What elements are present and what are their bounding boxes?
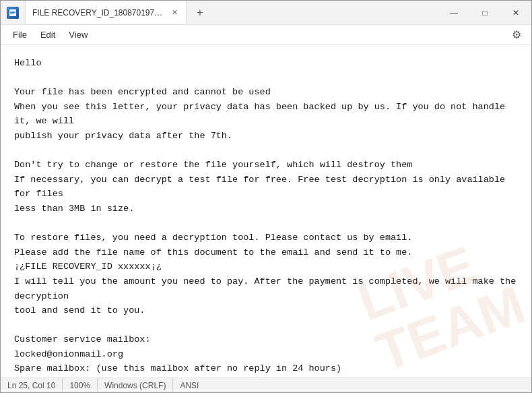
file-menu[interactable]: File xyxy=(6,27,34,42)
close-button[interactable]: ✕ xyxy=(500,1,531,25)
tab-title: FILE RECOVERY_ID_1808701978401 xyxy=(32,8,164,18)
edit-menu[interactable]: Edit xyxy=(34,27,62,42)
main-window: FILE RECOVERY_ID_1808701978401 ✕ + — □ ✕… xyxy=(0,0,532,393)
encoding: ANSI xyxy=(173,378,205,392)
editor-area: Hello Your file has been encrypted and c… xyxy=(1,45,531,377)
status-bar: Ln 25, Col 10 100% Windows (CRLF) ANSI xyxy=(1,377,531,392)
svg-rect-3 xyxy=(10,13,14,14)
title-bar: FILE RECOVERY_ID_1808701978401 ✕ + — □ ✕ xyxy=(1,1,531,25)
line-ending: Windows (CRLF) xyxy=(98,378,173,392)
svg-rect-2 xyxy=(10,12,15,13)
app-icon-area xyxy=(1,1,25,25)
window-controls: — □ ✕ xyxy=(438,1,531,24)
maximize-button[interactable]: □ xyxy=(469,1,500,25)
cursor-position: Ln 25, Col 10 xyxy=(7,378,63,392)
menu-bar-right: ⚙ xyxy=(507,26,526,44)
view-menu[interactable]: View xyxy=(62,27,94,42)
svg-rect-1 xyxy=(10,11,15,11)
tab-close-button[interactable]: ✕ xyxy=(168,7,180,19)
editor-content[interactable]: Hello Your file has been encrypted and c… xyxy=(1,45,531,377)
active-tab[interactable]: FILE RECOVERY_ID_1808701978401 ✕ xyxy=(25,1,187,24)
minimize-button[interactable]: — xyxy=(438,1,469,25)
title-bar-left: FILE RECOVERY_ID_1808701978401 ✕ + xyxy=(1,1,438,24)
menu-bar: File Edit View ⚙ xyxy=(1,25,531,45)
zoom-level: 100% xyxy=(63,378,98,392)
new-tab-button[interactable]: + xyxy=(189,2,211,24)
notepad-icon xyxy=(7,7,19,19)
settings-icon[interactable]: ⚙ xyxy=(507,26,526,44)
